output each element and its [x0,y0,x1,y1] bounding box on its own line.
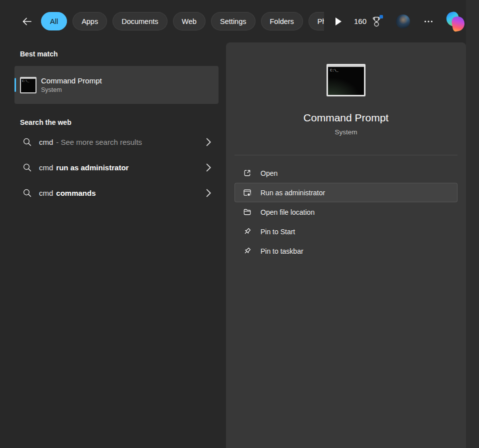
chevron-right-icon [206,163,212,172]
scroll-filters-right-button[interactable] [333,16,344,27]
web-suggestion-run-as-administrator[interactable]: cmdrun as administrator [14,156,218,179]
copilot-button[interactable] [445,11,466,32]
back-button[interactable] [20,14,34,28]
filter-tab-apps[interactable]: Apps [72,12,107,30]
run-as-administrator-icon [242,188,252,197]
action-pin-to-taskbar[interactable]: Pin to taskbar [234,241,458,261]
filter-tab-documents[interactable]: Documents [112,12,167,30]
filter-tab-photos[interactable]: Photos [308,12,324,30]
action-open[interactable]: Open [234,163,458,183]
pin-icon [242,227,252,236]
action-run-as-administrator[interactable]: Run as administrator [234,183,458,202]
user-avatar[interactable] [396,14,410,28]
rewards-badge [380,15,383,18]
open-icon [242,168,252,178]
filter-tab-all[interactable]: All [41,12,67,30]
search-the-web-header: Search the web [20,118,226,126]
preview-divider [234,155,458,155]
suggestion-text: cmdrun as administrator [39,163,128,172]
preview-actions: Open Run as administrator Open file loca… [234,163,458,261]
best-match-title: Command Prompt [41,76,102,85]
rewards-trophy-icon [371,15,382,27]
chevron-right-icon [206,138,212,146]
best-match-text: Command Prompt System [41,76,102,93]
filter-pills-viewport: All Apps Documents Web Settings Folders … [41,12,324,30]
selection-accent-bar [14,78,16,92]
pin-icon [242,246,252,256]
rewards-button[interactable]: 160 [354,15,382,27]
windows-search-flyout: All Apps Documents Web Settings Folders … [0,0,479,448]
web-suggestion-commands[interactable]: cmdcommands [14,181,218,204]
search-filter-bar: All Apps Documents Web Settings Folders … [0,0,466,42]
filter-tab-folders[interactable]: Folders [261,12,303,30]
filter-tab-web[interactable]: Web [173,12,206,30]
filter-tab-settings[interactable]: Settings [211,12,255,30]
search-icon [22,137,32,147]
more-options-button[interactable] [422,15,435,28]
preview-app-title: Command Prompt [304,112,388,124]
best-match-subtitle: System [41,86,102,93]
desktop-edge-strip [466,0,479,448]
result-preview-panel: C:\_ Command Prompt System Open [226,42,466,448]
scroll-right-icon [336,17,342,25]
ellipsis-icon [423,16,434,27]
folder-icon [242,207,252,217]
best-match-header: Best match [20,50,226,58]
web-suggestions: cmd- See more search results cmdrun as a… [0,130,226,204]
web-suggestion-see-more[interactable]: cmd- See more search results [14,130,218,153]
best-match-result-command-prompt[interactable]: C:\_ Command Prompt System [14,66,218,104]
action-open-file-location[interactable]: Open file location [234,202,458,222]
preview-hero: C:\_ Command Prompt System [226,42,466,136]
preview-app-subtitle: System [334,128,357,136]
copilot-icon [451,15,466,32]
back-arrow-icon [21,15,33,27]
command-prompt-icon: C:\_ [20,77,36,93]
action-pin-to-start[interactable]: Pin to Start [234,222,458,241]
search-results-panel: Best match C:\_ Command Prompt System Se… [0,42,226,448]
search-icon [22,188,32,198]
suggestion-text: cmd- See more search results [39,138,142,146]
filter-pills-row: All Apps Documents Web Settings Folders … [41,12,324,30]
command-prompt-icon-large: C:\_ [326,64,366,96]
suggestion-text: cmdcommands [39,189,96,197]
search-icon [22,163,32,172]
rewards-points: 160 [354,17,366,25]
topbar-right-cluster: 160 [354,11,466,32]
chevron-right-icon [206,189,212,197]
